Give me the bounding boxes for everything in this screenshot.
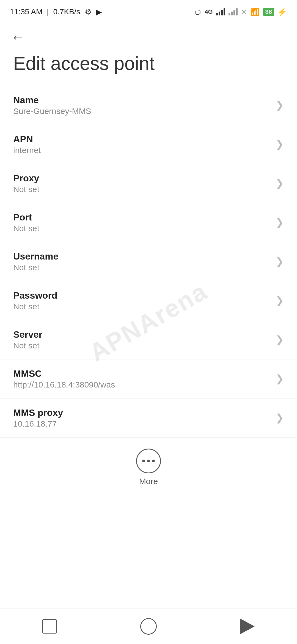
dot-2 [147, 460, 150, 462]
settings-value-name: Sure-Guernsey-MMS [13, 107, 270, 116]
wifi-icon: 📶 [250, 7, 260, 17]
settings-label-name: Name [13, 95, 270, 105]
settings-item-password[interactable]: Password Not set ❯ [0, 281, 297, 320]
chevron-icon-name: ❯ [276, 99, 284, 111]
settings-label-password: Password [13, 290, 270, 301]
navigation-bar [0, 608, 297, 644]
settings-label-apn: APN [13, 134, 270, 144]
speed-display: 0.7KB/s [53, 7, 80, 16]
settings-label-server: Server [13, 329, 270, 340]
chevron-icon-password: ❯ [276, 295, 284, 306]
settings-value-username: Not set [13, 263, 270, 272]
settings-item-server[interactable]: Server Not set ❯ [0, 320, 297, 359]
chevron-icon-mmsc: ❯ [276, 373, 284, 384]
nav-back-button[interactable] [238, 617, 257, 636]
settings-item-name[interactable]: Name Sure-Guernsey-MMS ❯ [0, 86, 297, 125]
more-button-area: More [0, 438, 297, 494]
settings-label-mms-proxy: MMS proxy [13, 407, 270, 418]
home-icon [140, 618, 157, 635]
charging-icon: ⚡ [277, 7, 287, 17]
chevron-icon-proxy: ❯ [276, 178, 284, 189]
back-button-row: ← [0, 22, 297, 47]
signal-bars-1 [216, 8, 225, 15]
chevron-icon-mms-proxy: ❯ [276, 412, 284, 424]
settings-value-port: Not set [13, 224, 270, 233]
status-bar: 11:35 AM | 0.7KB/s ⚙ ▶ ⭯ 4G ✕ 📶 [0, 0, 297, 22]
settings-list: Name Sure-Guernsey-MMS ❯ APN internet ❯ … [0, 86, 297, 438]
settings-value-apn: internet [13, 146, 270, 155]
settings-value-password: Not set [13, 302, 270, 311]
settings-item-port[interactable]: Port Not set ❯ [0, 203, 297, 242]
chevron-icon-username: ❯ [276, 256, 284, 267]
settings-label-proxy: Proxy [13, 173, 270, 184]
back-icon [240, 619, 255, 634]
page-title: Edit access point [0, 47, 297, 86]
settings-item-mms-proxy-content: MMS proxy 10.16.18.77 [13, 407, 270, 429]
time-display: 11:35 AM [10, 7, 42, 16]
settings-item-apn[interactable]: APN internet ❯ [0, 125, 297, 164]
more-dots-icon [142, 460, 155, 462]
more-label: More [139, 477, 158, 486]
dot-3 [152, 460, 155, 462]
settings-value-proxy: Not set [13, 185, 270, 194]
bluetooth-icon: ⭯ [194, 8, 201, 16]
settings-value-mms-proxy: 10.16.18.77 [13, 419, 270, 429]
settings-item-mmsc[interactable]: MMSC http://10.16.18.4:38090/was ❯ [0, 359, 297, 399]
dot-1 [142, 460, 145, 462]
settings-item-mms-proxy[interactable]: MMS proxy 10.16.18.77 ❯ [0, 399, 297, 438]
more-button[interactable] [136, 449, 161, 473]
settings-item-username[interactable]: Username Not set ❯ [0, 242, 297, 281]
chevron-icon-port: ❯ [276, 217, 284, 228]
settings-icon: ⚙ [85, 7, 92, 17]
settings-item-apn-content: APN internet [13, 134, 270, 155]
settings-value-mmsc: http://10.16.18.4:38090/was [13, 380, 270, 389]
status-right: ⭯ 4G ✕ 📶 38 ⚡ [194, 7, 287, 17]
status-left: 11:35 AM | 0.7KB/s ⚙ ▶ [10, 7, 102, 17]
separator: | [47, 7, 49, 16]
no-signal-icon: ✕ [241, 8, 247, 16]
video-icon: ▶ [96, 7, 102, 17]
nav-home-button[interactable] [139, 617, 158, 636]
settings-label-port: Port [13, 212, 270, 223]
nav-recents-button[interactable] [40, 617, 59, 636]
battery-icon: 38 [263, 8, 274, 16]
settings-label-mmsc: MMSC [13, 368, 270, 379]
settings-item-server-content: Server Not set [13, 329, 270, 350]
recents-icon [42, 619, 57, 634]
chevron-icon-apn: ❯ [276, 138, 284, 150]
settings-value-server: Not set [13, 341, 270, 350]
settings-item-mmsc-content: MMSC http://10.16.18.4:38090/was [13, 368, 270, 389]
settings-item-proxy-content: Proxy Not set [13, 173, 270, 194]
back-button[interactable]: ← [11, 29, 25, 45]
network-4g-icon: 4G [205, 8, 213, 15]
signal-bars-2 [229, 8, 238, 15]
settings-item-name-content: Name Sure-Guernsey-MMS [13, 95, 270, 116]
settings-label-username: Username [13, 251, 270, 262]
settings-item-password-content: Password Not set [13, 290, 270, 311]
settings-item-proxy[interactable]: Proxy Not set ❯ [0, 164, 297, 203]
settings-item-username-content: Username Not set [13, 251, 270, 272]
settings-item-port-content: Port Not set [13, 212, 270, 233]
chevron-icon-server: ❯ [276, 334, 284, 345]
